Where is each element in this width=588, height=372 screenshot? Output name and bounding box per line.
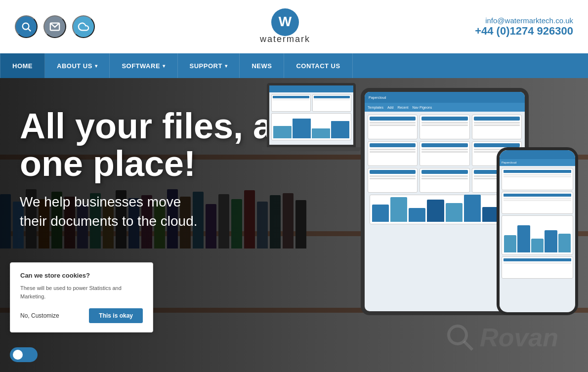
nav-item-support[interactable]: SUPPORT ▾ [178,53,240,78]
laptop-mockup [267,83,361,151]
chevron-down-icon: ▾ [95,63,98,69]
navigation: HOME ABOUT US ▾ SOFTWARE ▾ SUPPORT ▾ NEW… [0,53,588,78]
header-email: info@watermarktech.co.uk [475,16,573,25]
cookie-description: These will be used to power Statistics a… [20,284,143,300]
toggle-switch[interactable] [10,347,38,362]
phone-card-3 [502,256,573,279]
header: W watermark info@watermarktech.co.uk +44… [0,0,588,53]
phone-card-1 [502,168,573,190]
phone-header-bar [500,150,575,159]
mail-button[interactable] [43,15,66,38]
cookie-no-customize-button[interactable]: No, Customize [20,312,59,319]
nav-software-label: SOFTWARE [122,62,160,70]
cookie-okay-button[interactable]: This is okay [89,308,143,323]
tablet-header-bar: Papercloud [365,92,525,103]
nav-item-contact[interactable]: CONTACT US [284,53,352,78]
search-icon [21,21,32,32]
chevron-down-icon-3: ▾ [225,63,228,69]
cloud-button[interactable] [72,15,95,38]
search-watermark-icon [445,323,475,352]
cookie-title: Can we store cookies? [20,272,143,279]
mail-icon [49,21,60,32]
hero-section: All your files, all in one place! We hel… [0,78,588,372]
phone-screen: Papercloud [500,150,575,312]
svg-point-0 [23,23,29,30]
toggle-knob [13,350,23,360]
svg-text:watermark: watermark [259,34,310,44]
svg-point-6 [449,326,466,344]
nav-support-label: SUPPORT [190,62,222,70]
svg-line-1 [28,29,31,31]
phone-sub-header: Papercloud [500,159,575,166]
search-button[interactable] [15,15,38,38]
header-left-icons [15,15,95,38]
nav-item-home[interactable]: HOME [0,53,45,78]
phone-chart-area [502,215,573,255]
toggle-container [10,347,38,362]
watermark-overlay: Rovan [445,323,558,352]
logo-svg: W watermark [238,8,332,45]
svg-line-7 [464,341,472,350]
nav-contact-label: CONTACT US [296,62,340,70]
logo-area: W watermark [238,8,332,45]
phone-doc-area [500,166,575,282]
chevron-down-icon-2: ▾ [163,63,166,69]
header-phone: +44 (0)1274 926300 [475,25,573,38]
nav-about-label: ABOUT US [57,62,92,70]
nav-item-news[interactable]: NEWS [240,53,284,78]
nav-home-label: HOME [12,62,33,70]
laptop-screen [267,83,356,147]
phone-mockup: Papercloud [497,147,578,315]
cloud-icon [78,21,89,32]
cookie-actions: No, Customize This is okay [20,308,143,323]
hero-title-line2: one place! [20,144,196,183]
phone-card-2 [502,192,573,214]
hero-subtitle: We help businesses movetheir documents t… [20,192,334,231]
nav-news-label: NEWS [252,62,272,70]
cookie-banner: Can we store cookies? These will be used… [10,262,153,332]
header-contact: info@watermarktech.co.uk +44 (0)1274 926… [475,16,573,38]
nav-item-about[interactable]: ABOUT US ▾ [45,53,110,78]
tablet-nav-bar: Templates Add Recent Nav Pigeons [365,103,525,112]
nav-item-software[interactable]: SOFTWARE ▾ [110,53,177,78]
rovan-text: Rovan [480,323,558,352]
svg-text:W: W [278,14,292,29]
